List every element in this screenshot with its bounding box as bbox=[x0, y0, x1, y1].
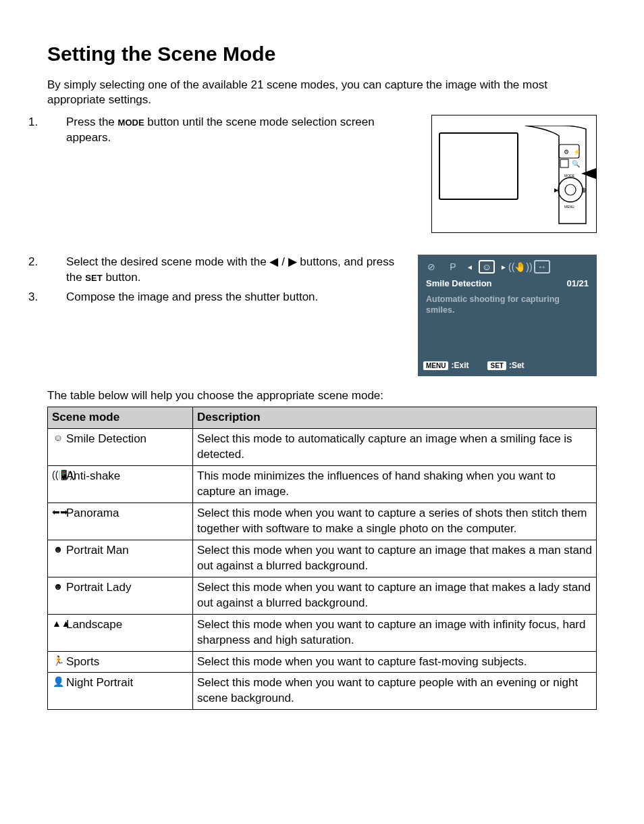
svg-point-5 bbox=[558, 178, 583, 202]
scene-mode-icon: ☺ bbox=[52, 432, 64, 444]
scene-mode-table: Scene mode Description ☺Smile DetectionS… bbox=[47, 407, 597, 710]
scene-mode-cell: ▲▲Landscape bbox=[48, 614, 193, 651]
svg-text:🗑: 🗑 bbox=[581, 187, 587, 193]
set-button-label: SET bbox=[85, 273, 102, 283]
scene-mode-cell: ((📳))Anti-shake bbox=[48, 466, 193, 503]
scene-mode-icon: 🏃 bbox=[52, 654, 64, 667]
scene-mode-desc: Select this mode when you want to captur… bbox=[193, 651, 597, 673]
lcd-set-hint: SET:Set bbox=[487, 360, 524, 371]
scene-mode-icon: 👤 bbox=[52, 675, 64, 688]
scene-mode-name: Smile Detection bbox=[66, 432, 146, 445]
svg-rect-3 bbox=[560, 159, 568, 168]
svg-point-6 bbox=[565, 184, 576, 195]
scene-mode-desc: Select this mode when you want to captur… bbox=[193, 540, 597, 577]
scene-mode-icon: ⬅➡ bbox=[52, 506, 64, 519]
table-row: ☺Smile DetectionSelect this mode to auto… bbox=[48, 429, 597, 466]
svg-text:▶: ▶ bbox=[554, 187, 559, 193]
table-header-mode: Scene mode bbox=[48, 407, 193, 429]
lcd-noflash-icon: ⊘ bbox=[423, 260, 439, 274]
lcd-panorama-icon: ↔ bbox=[534, 260, 550, 274]
scene-mode-name: Panorama bbox=[66, 507, 119, 519]
lcd-right-arrow-icon: ► bbox=[500, 263, 507, 272]
scene-mode-icon: ▲▲ bbox=[52, 617, 64, 630]
scene-mode-cell: ☺Smile Detection bbox=[48, 429, 193, 466]
scene-mode-name: Sports bbox=[66, 655, 99, 668]
table-row: ((📳))Anti-shakeThis mode minimizes the i… bbox=[48, 466, 597, 503]
scene-mode-cell: 👤Night Portrait bbox=[48, 673, 193, 710]
mode-button-arrow-icon bbox=[581, 168, 596, 179]
scene-mode-name: Night Portrait bbox=[66, 676, 133, 689]
scene-mode-icon: ☻ bbox=[52, 543, 64, 556]
step-2: 2.Select the desired scene mode with the… bbox=[66, 255, 404, 286]
scene-mode-name: Portrait Lady bbox=[66, 581, 131, 594]
mode-button-label: MODE bbox=[118, 118, 144, 128]
table-row: ⬅➡PanoramaSelect this mode when you want… bbox=[48, 503, 597, 540]
scene-mode-icon: ((📳)) bbox=[52, 469, 64, 482]
lcd-exit-hint: MENU:Exit bbox=[423, 360, 468, 371]
table-row: 👤Night PortraitSelect this mode when you… bbox=[48, 673, 597, 710]
lcd-antishake-icon: ((🤚)) bbox=[512, 260, 529, 274]
lcd-left-arrow-icon: ◄ bbox=[466, 263, 473, 272]
intro-text: By simply selecting one of the available… bbox=[47, 78, 597, 109]
scene-mode-cell: 🏃Sports bbox=[48, 651, 193, 673]
scene-mode-cell: ☻Portrait Lady bbox=[48, 577, 193, 614]
table-row: ▲▲LandscapeSelect this mode when you wan… bbox=[48, 614, 597, 651]
table-row: 🏃SportsSelect this mode when you want to… bbox=[48, 651, 597, 673]
scene-mode-desc: Select this mode when you want to captur… bbox=[193, 614, 597, 651]
step-1: 1.Press the MODE button until the scene … bbox=[66, 115, 404, 146]
lcd-program-icon: P bbox=[445, 260, 461, 274]
scene-mode-name: Portrait Man bbox=[66, 544, 129, 557]
scene-mode-desc: Select this mode when you want to captur… bbox=[193, 673, 597, 710]
lcd-screen: ⊘ P ◄ ☺ ► ((🤚)) ↔ Smile Detection 01/21 … bbox=[418, 255, 597, 376]
scene-mode-desc: Select this mode when you want to captur… bbox=[193, 503, 597, 540]
scene-mode-desc: Select this mode when you want to captur… bbox=[193, 577, 597, 614]
lcd-description: Automatic shooting for capturing smiles. bbox=[423, 294, 591, 316]
svg-text:🔍: 🔍 bbox=[572, 159, 581, 168]
scene-mode-cell: ☻Portrait Man bbox=[48, 540, 193, 577]
page-title: Setting the Scene Mode bbox=[47, 41, 597, 68]
lcd-mode-title: Smile Detection bbox=[426, 278, 492, 290]
scene-mode-desc: This mode minimizes the influences of ha… bbox=[193, 466, 597, 503]
scene-mode-desc: Select this mode to automatically captur… bbox=[193, 429, 597, 466]
scene-mode-name: Anti-shake bbox=[66, 469, 120, 482]
step-3: 3.Compose the image and press the shutte… bbox=[66, 290, 404, 305]
camera-diagram: ⚙ ⚡ 🔍 MODE MENU ▶ 🗑 bbox=[431, 115, 597, 233]
table-row: ☻Portrait LadySelect this mode when you … bbox=[48, 577, 597, 614]
svg-text:⚙: ⚙ bbox=[564, 149, 569, 155]
table-header-desc: Description bbox=[193, 407, 597, 429]
scene-mode-name: Landscape bbox=[66, 618, 122, 631]
svg-text:⚡: ⚡ bbox=[573, 148, 581, 156]
table-intro: The table below will help you choose the… bbox=[47, 388, 597, 404]
table-row: ☻Portrait ManSelect this mode when you w… bbox=[48, 540, 597, 577]
svg-text:MODE: MODE bbox=[564, 174, 575, 178]
lcd-counter: 01/21 bbox=[566, 278, 589, 290]
scene-mode-icon: ☻ bbox=[52, 580, 64, 593]
svg-text:MENU: MENU bbox=[564, 205, 574, 209]
lcd-smile-icon: ☺ bbox=[479, 260, 495, 274]
scene-mode-cell: ⬅➡Panorama bbox=[48, 503, 193, 540]
